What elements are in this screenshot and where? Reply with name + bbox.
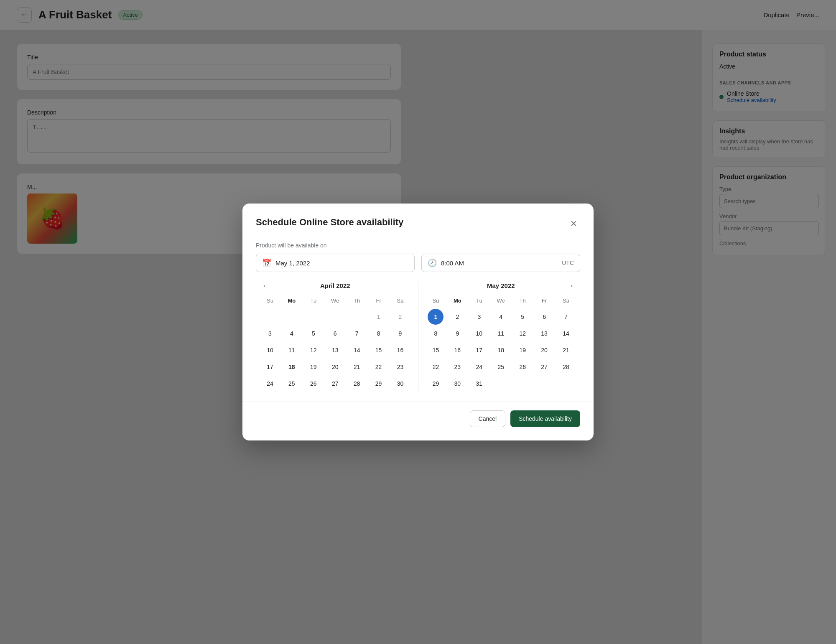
modal-footer-separator xyxy=(242,402,594,402)
table-row[interactable]: 5 xyxy=(306,326,321,341)
may-weekdays: Su Mo Tu We Th Fr Sa xyxy=(425,296,577,305)
table-row[interactable]: 11 xyxy=(284,342,300,358)
modal-header: Schedule Online Store availability ✕ xyxy=(256,217,580,230)
close-button[interactable]: ✕ xyxy=(567,217,580,230)
table-row[interactable]: 16 xyxy=(393,342,408,358)
may-header: May 2022 → xyxy=(425,282,577,289)
table-row[interactable]: 5 xyxy=(515,309,530,325)
table-row[interactable]: 28 xyxy=(558,359,574,375)
table-row[interactable]: 13 xyxy=(327,342,343,358)
table-row[interactable]: 17 xyxy=(262,359,278,375)
table-row[interactable]: 6 xyxy=(536,309,552,325)
table-row[interactable]: 28 xyxy=(349,376,365,392)
table-row[interactable]: 11 xyxy=(493,326,509,341)
table-row[interactable]: 15 xyxy=(428,342,443,358)
table-row[interactable]: 23 xyxy=(449,359,465,375)
table-row[interactable]: 12 xyxy=(515,326,530,341)
table-row[interactable]: 18 xyxy=(493,342,509,358)
table-row[interactable]: 17 xyxy=(471,342,487,358)
may-weekday-we: We xyxy=(490,296,512,305)
table-row[interactable]: 2 xyxy=(449,309,465,325)
table-row[interactable]: 3 xyxy=(262,326,278,341)
weekday-we: We xyxy=(324,296,346,305)
may-calendar: May 2022 → Su Mo Tu We Th Fr Sa 12345678… xyxy=(422,282,581,392)
may-weekday-mo: Mo xyxy=(446,296,468,305)
table-row[interactable]: 26 xyxy=(515,359,530,375)
table-row[interactable]: 2 xyxy=(393,309,408,325)
table-row[interactable]: 14 xyxy=(349,342,365,358)
table-row[interactable]: 1 xyxy=(428,309,443,325)
next-month-button[interactable]: → xyxy=(563,279,577,293)
table-row[interactable]: 25 xyxy=(493,359,509,375)
modal: Schedule Online Store availability ✕ Pro… xyxy=(242,204,594,440)
date-time-row: 📅 May 1, 2022 🕗 8:00 AM UTC xyxy=(256,254,580,272)
table-row xyxy=(327,309,343,325)
table-row[interactable]: 19 xyxy=(306,359,321,375)
table-row[interactable]: 8 xyxy=(428,326,443,341)
table-row xyxy=(262,309,278,325)
table-row[interactable]: 6 xyxy=(327,326,343,341)
table-row xyxy=(284,309,300,325)
table-row[interactable]: 4 xyxy=(493,309,509,325)
table-row[interactable]: 27 xyxy=(536,359,552,375)
table-row[interactable]: 12 xyxy=(306,342,321,358)
april-header: ← April 2022 xyxy=(259,282,411,289)
table-row[interactable]: 24 xyxy=(471,359,487,375)
table-row[interactable]: 9 xyxy=(449,326,465,341)
table-row[interactable]: 26 xyxy=(306,376,321,392)
table-row xyxy=(536,376,552,392)
table-row[interactable]: 16 xyxy=(449,342,465,358)
table-row[interactable]: 19 xyxy=(515,342,530,358)
prev-month-button[interactable]: ← xyxy=(259,279,273,293)
table-row[interactable]: 18 xyxy=(284,359,300,375)
table-row[interactable]: 13 xyxy=(536,326,552,341)
table-row[interactable]: 14 xyxy=(558,326,574,341)
table-row[interactable]: 10 xyxy=(262,342,278,358)
table-row xyxy=(493,376,509,392)
table-row xyxy=(306,309,321,325)
table-row[interactable]: 23 xyxy=(393,359,408,375)
table-row[interactable]: 29 xyxy=(428,376,443,392)
calendar-icon: 📅 xyxy=(262,258,271,267)
time-input[interactable]: 🕗 8:00 AM UTC xyxy=(421,254,580,272)
table-row[interactable]: 20 xyxy=(536,342,552,358)
table-row[interactable]: 15 xyxy=(371,342,387,358)
close-icon: ✕ xyxy=(570,219,577,229)
product-available-label: Product will be available on xyxy=(256,242,580,249)
table-row[interactable]: 25 xyxy=(284,376,300,392)
table-row[interactable]: 29 xyxy=(371,376,387,392)
may-weekday-tu: Tu xyxy=(468,296,490,305)
table-row[interactable]: 7 xyxy=(349,326,365,341)
timezone-label: UTC xyxy=(562,260,574,266)
table-row[interactable]: 8 xyxy=(371,326,387,341)
table-row[interactable]: 31 xyxy=(471,376,487,392)
date-input[interactable]: 📅 May 1, 2022 xyxy=(256,254,415,272)
weekday-sa: Sa xyxy=(390,296,411,305)
table-row[interactable]: 10 xyxy=(471,326,487,341)
table-row[interactable]: 21 xyxy=(558,342,574,358)
april-weekdays: Su Mo Tu We Th Fr Sa xyxy=(259,296,411,305)
weekday-mo: Mo xyxy=(281,296,303,305)
table-row[interactable]: 21 xyxy=(349,359,365,375)
april-title: April 2022 xyxy=(320,282,350,289)
table-row[interactable]: 22 xyxy=(428,359,443,375)
table-row[interactable]: 7 xyxy=(558,309,574,325)
table-row[interactable]: 1 xyxy=(371,309,387,325)
may-grid: 1234567891011121314151617181920212223242… xyxy=(425,309,577,392)
schedule-availability-button[interactable]: Schedule availability xyxy=(510,410,580,427)
table-row[interactable]: 30 xyxy=(449,376,465,392)
cancel-button[interactable]: Cancel xyxy=(470,410,506,427)
clock-icon: 🕗 xyxy=(428,258,437,267)
table-row[interactable]: 30 xyxy=(393,376,408,392)
table-row[interactable]: 22 xyxy=(371,359,387,375)
table-row[interactable]: 20 xyxy=(327,359,343,375)
table-row[interactable]: 24 xyxy=(262,376,278,392)
table-row[interactable]: 9 xyxy=(393,326,408,341)
april-calendar: ← April 2022 Su Mo Tu We Th Fr Sa 123456… xyxy=(256,282,415,392)
weekday-su: Su xyxy=(259,296,281,305)
modal-footer: Cancel Schedule availability xyxy=(256,410,580,427)
may-weekday-fr: Fr xyxy=(533,296,555,305)
table-row[interactable]: 3 xyxy=(471,309,487,325)
table-row[interactable]: 4 xyxy=(284,326,300,341)
table-row[interactable]: 27 xyxy=(327,376,343,392)
